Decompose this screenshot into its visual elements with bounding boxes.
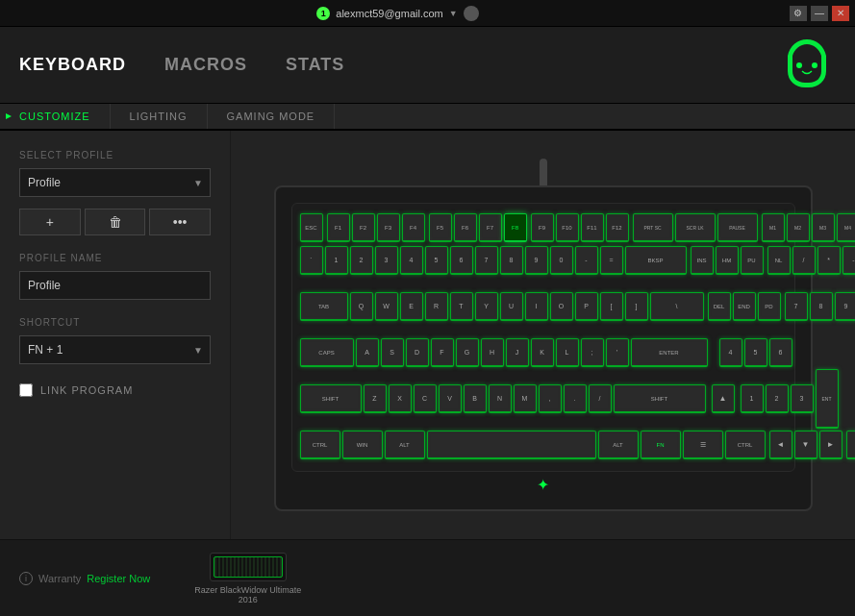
key-tilde[interactable]: ` bbox=[300, 246, 323, 275]
key-e[interactable]: E bbox=[400, 292, 423, 321]
key-num0[interactable]: 0 bbox=[846, 431, 856, 459]
key-right[interactable]: ► bbox=[819, 431, 842, 459]
key-del[interactable]: DEL bbox=[708, 292, 731, 321]
key-r[interactable]: R bbox=[425, 292, 448, 321]
key-space[interactable] bbox=[427, 431, 596, 459]
key-c[interactable]: C bbox=[414, 384, 437, 413]
key-3[interactable]: 3 bbox=[375, 246, 398, 275]
key-b[interactable]: B bbox=[464, 384, 487, 413]
profile-select[interactable]: Profile bbox=[19, 168, 211, 197]
key-macro1[interactable]: M1 bbox=[762, 213, 785, 242]
close-button[interactable]: ✕ bbox=[832, 6, 849, 21]
key-backslash[interactable]: \ bbox=[650, 292, 704, 321]
key-s[interactable]: S bbox=[381, 338, 404, 367]
key-1[interactable]: 1 bbox=[325, 246, 348, 275]
key-g[interactable]: G bbox=[456, 338, 479, 367]
subnav-lighting[interactable]: LIGHTING bbox=[111, 104, 208, 129]
key-macro3[interactable]: M3 bbox=[812, 213, 835, 242]
key-end[interactable]: END bbox=[733, 292, 756, 321]
key-scrlk[interactable]: SCR LK bbox=[675, 213, 716, 242]
shortcut-select[interactable]: FN + 1 FN + 2 FN + 3 FN + 4 FN + 5 bbox=[19, 335, 211, 364]
settings-button[interactable]: ⚙ bbox=[790, 6, 807, 21]
key-num5[interactable]: 5 bbox=[744, 338, 767, 367]
delete-profile-button[interactable]: 🗑 bbox=[85, 209, 146, 235]
key-slash[interactable]: / bbox=[589, 384, 612, 413]
key-y[interactable]: Y bbox=[475, 292, 498, 321]
key-n[interactable]: N bbox=[489, 384, 512, 413]
key-f6[interactable]: F6 bbox=[454, 213, 477, 242]
key-d[interactable]: D bbox=[406, 338, 429, 367]
key-home[interactable]: HM bbox=[716, 246, 739, 275]
key-numenter[interactable]: ENT bbox=[816, 369, 839, 429]
key-nummul[interactable]: * bbox=[817, 246, 841, 275]
nav-tab-macros[interactable]: MACROS bbox=[164, 55, 247, 75]
key-f2[interactable]: F2 bbox=[352, 213, 375, 242]
key-macro4[interactable]: M4 bbox=[837, 213, 856, 242]
key-u[interactable]: U bbox=[500, 292, 523, 321]
key-numlock[interactable]: NL bbox=[767, 246, 791, 275]
key-f4[interactable]: F4 bbox=[402, 213, 425, 242]
key-9[interactable]: 9 bbox=[525, 246, 548, 275]
key-backspace[interactable]: BKSP bbox=[625, 246, 687, 275]
key-numsub[interactable]: - bbox=[842, 246, 856, 275]
key-prtsc[interactable]: PRT SC bbox=[633, 213, 673, 242]
user-dropdown-arrow[interactable]: ▼ bbox=[449, 9, 458, 18]
key-l[interactable]: L bbox=[556, 338, 579, 367]
key-i[interactable]: I bbox=[525, 292, 548, 321]
nav-tab-stats[interactable]: STATS bbox=[286, 55, 344, 75]
subnav-customize[interactable]: CUSTOMIZE bbox=[0, 104, 111, 129]
key-f1[interactable]: F1 bbox=[327, 213, 350, 242]
key-lalt[interactable]: ALT bbox=[385, 431, 425, 459]
device-thumbnail[interactable]: Razer BlackWidow Ultimate 2016 bbox=[194, 553, 301, 604]
key-lwin[interactable]: WIN bbox=[342, 431, 383, 459]
user-avatar-icon[interactable] bbox=[464, 6, 479, 21]
key-ralt[interactable]: ALT bbox=[598, 431, 639, 459]
key-num9[interactable]: 9 bbox=[835, 292, 856, 321]
key-f12[interactable]: F12 bbox=[606, 213, 629, 242]
key-menu[interactable]: ☰ bbox=[683, 431, 723, 459]
key-rctrl[interactable]: CTRL bbox=[725, 431, 766, 459]
key-num6[interactable]: 6 bbox=[769, 338, 792, 367]
key-macro2[interactable]: M2 bbox=[787, 213, 810, 242]
key-comma[interactable]: , bbox=[539, 384, 562, 413]
key-rbracket[interactable]: ] bbox=[625, 292, 648, 321]
key-period[interactable]: . bbox=[564, 384, 587, 413]
key-f5[interactable]: F5 bbox=[429, 213, 452, 242]
key-enter[interactable]: ENTER bbox=[631, 338, 708, 367]
key-lctrl[interactable]: CTRL bbox=[300, 431, 340, 459]
key-up[interactable]: ▲ bbox=[712, 384, 735, 413]
key-h[interactable]: H bbox=[481, 338, 504, 367]
key-rshift[interactable]: SHIFT bbox=[614, 384, 706, 413]
key-num4[interactable]: 4 bbox=[719, 338, 742, 367]
key-num2[interactable]: 2 bbox=[766, 384, 789, 413]
key-minus[interactable]: - bbox=[575, 246, 598, 275]
key-caps[interactable]: CAPS bbox=[300, 338, 354, 367]
key-o[interactable]: O bbox=[550, 292, 573, 321]
key-m[interactable]: M bbox=[514, 384, 537, 413]
key-f3[interactable]: F3 bbox=[377, 213, 400, 242]
key-v[interactable]: V bbox=[439, 384, 462, 413]
subnav-gaming-mode[interactable]: GAMING MODE bbox=[208, 104, 336, 129]
key-num8[interactable]: 8 bbox=[810, 292, 833, 321]
key-f7[interactable]: F7 bbox=[479, 213, 502, 242]
key-2[interactable]: 2 bbox=[350, 246, 373, 275]
key-quote[interactable]: ' bbox=[606, 338, 629, 367]
key-x[interactable]: X bbox=[389, 384, 412, 413]
key-tab[interactable]: TAB bbox=[300, 292, 348, 321]
key-k[interactable]: K bbox=[531, 338, 554, 367]
key-f9[interactable]: F9 bbox=[531, 213, 554, 242]
key-down[interactable]: ▼ bbox=[794, 431, 817, 459]
key-pgup[interactable]: PU bbox=[741, 246, 764, 275]
register-link[interactable]: Register Now bbox=[87, 573, 150, 584]
more-profile-button[interactable]: ••• bbox=[149, 209, 211, 235]
key-0[interactable]: 0 bbox=[550, 246, 573, 275]
key-pause[interactable]: PAUSE bbox=[717, 213, 758, 242]
link-program-checkbox[interactable] bbox=[19, 383, 33, 397]
key-equals[interactable]: = bbox=[600, 246, 623, 275]
key-6[interactable]: 6 bbox=[450, 246, 473, 275]
key-numdiv[interactable]: / bbox=[792, 246, 816, 275]
profile-name-input[interactable] bbox=[19, 271, 211, 300]
key-w[interactable]: W bbox=[375, 292, 398, 321]
key-num3[interactable]: 3 bbox=[791, 384, 814, 413]
add-profile-button[interactable]: + bbox=[19, 209, 81, 235]
